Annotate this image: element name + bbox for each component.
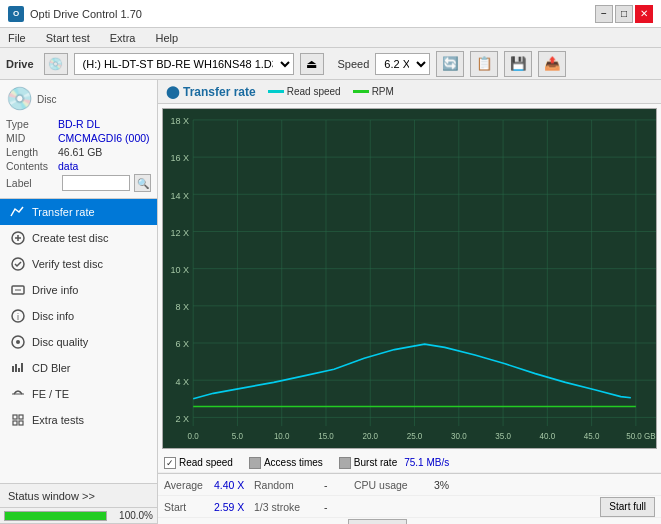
title-bar: O Opti Drive Control 1.70 − □ ✕ bbox=[0, 0, 661, 28]
svg-text:i: i bbox=[17, 312, 19, 322]
length-value: 46.61 GB bbox=[58, 146, 102, 158]
eject-button[interactable]: ⏏ bbox=[300, 53, 324, 75]
average-label: Average bbox=[164, 479, 214, 491]
svg-text:10 X: 10 X bbox=[171, 264, 190, 275]
svg-text:12 X: 12 X bbox=[171, 226, 190, 237]
save-image-button[interactable]: 📋 bbox=[470, 51, 498, 77]
burst-rate-value: 75.1 MB/s bbox=[404, 457, 449, 468]
nav-verify-test-disc[interactable]: Verify test disc bbox=[0, 251, 157, 277]
drive-label: Drive bbox=[6, 58, 34, 70]
start-full-button[interactable]: Start full bbox=[600, 497, 655, 517]
read-speed-checkbox[interactable]: ✓ bbox=[164, 457, 176, 469]
stats-row-end: End 2.60 X Full stroke - Start part bbox=[158, 518, 661, 524]
extra-tests-icon bbox=[10, 412, 26, 428]
progress-bar-container: 100.0% bbox=[0, 508, 157, 524]
main-content: 💿 Disc Type BD-R DL MID CMCMAGDI6 (000) … bbox=[0, 80, 661, 524]
nav-transfer-rate-label: Transfer rate bbox=[32, 206, 95, 218]
label-key: Label bbox=[6, 177, 58, 189]
nav-cd-bler[interactable]: CD Bler bbox=[0, 355, 157, 381]
nav-disc-quality-label: Disc quality bbox=[32, 336, 88, 348]
menu-bar: File Start test Extra Help bbox=[0, 28, 661, 48]
chart-title: ⬤ Transfer rate bbox=[166, 85, 256, 99]
progress-bar bbox=[4, 511, 107, 521]
transfer-rate-icon bbox=[10, 204, 26, 220]
menu-help[interactable]: Help bbox=[151, 31, 182, 45]
drive-icon-button[interactable]: 💿 bbox=[44, 53, 68, 75]
nav-fe-te-label: FE / TE bbox=[32, 388, 69, 400]
stats-rows: Average 4.40 X Random - CPU usage 3% Sta… bbox=[158, 473, 661, 524]
rpm-color bbox=[353, 90, 369, 93]
menu-start-test[interactable]: Start test bbox=[42, 31, 94, 45]
svg-text:10.0: 10.0 bbox=[274, 431, 290, 441]
export-button[interactable]: 📤 bbox=[538, 51, 566, 77]
disc-header: 💿 Disc bbox=[6, 86, 151, 112]
access-times-checkbox[interactable] bbox=[249, 457, 261, 469]
chart-svg: 18 X 16 X 14 X 12 X 10 X 8 X 6 X 4 X 2 X… bbox=[163, 109, 656, 448]
read-speed-color bbox=[268, 90, 284, 93]
status-bottom: Status window >> 100.0% Test completed 0… bbox=[0, 483, 157, 524]
verify-disc-icon bbox=[10, 256, 26, 272]
nav-drive-info[interactable]: Drive info bbox=[0, 277, 157, 303]
nav-fe-te[interactable]: FE / TE bbox=[0, 381, 157, 407]
nav-transfer-rate[interactable]: Transfer rate bbox=[0, 199, 157, 225]
svg-text:5.0: 5.0 bbox=[232, 431, 243, 441]
svg-text:15.0: 15.0 bbox=[318, 431, 334, 441]
refresh-button[interactable]: 🔄 bbox=[436, 51, 464, 77]
progress-fill bbox=[5, 512, 106, 520]
random-value: - bbox=[324, 479, 344, 491]
nav-disc-quality[interactable]: Disc quality bbox=[0, 329, 157, 355]
nav-verify-test-disc-label: Verify test disc bbox=[32, 258, 103, 270]
read-speed-checkbox-item: ✓ Read speed bbox=[164, 457, 233, 469]
mid-value: CMCMAGDI6 (000) bbox=[58, 132, 150, 144]
chart-area: ⬤ Transfer rate Read speed RPM bbox=[158, 80, 661, 524]
nav-create-test-disc[interactable]: Create test disc bbox=[0, 225, 157, 251]
drive-toolbar: Drive 💿 (H:) HL-DT-ST BD-RE WH16NS48 1.D… bbox=[0, 48, 661, 80]
disc-quality-icon bbox=[10, 334, 26, 350]
svg-rect-16 bbox=[19, 415, 23, 419]
legend-read-speed: Read speed bbox=[268, 86, 341, 97]
save-button[interactable]: 💾 bbox=[504, 51, 532, 77]
type-value: BD-R DL bbox=[58, 118, 100, 130]
nav-extra-tests[interactable]: Extra tests bbox=[0, 407, 157, 433]
fe-te-icon bbox=[10, 386, 26, 402]
sidebar: 💿 Disc Type BD-R DL MID CMCMAGDI6 (000) … bbox=[0, 80, 158, 524]
disc-panel: 💿 Disc Type BD-R DL MID CMCMAGDI6 (000) … bbox=[0, 80, 157, 199]
speed-select[interactable]: 6.2 X bbox=[375, 53, 430, 75]
window-controls: − □ ✕ bbox=[595, 5, 653, 23]
menu-file[interactable]: File bbox=[4, 31, 30, 45]
start-part-button[interactable]: Start part bbox=[348, 519, 407, 525]
checkmark-icon: ✓ bbox=[166, 458, 174, 468]
nav-items: Transfer rate Create test disc Verify te… bbox=[0, 199, 157, 483]
svg-rect-11 bbox=[15, 364, 17, 372]
cpu-usage-label: CPU usage bbox=[354, 479, 434, 491]
close-button[interactable]: ✕ bbox=[635, 5, 653, 23]
status-window-button[interactable]: Status window >> bbox=[0, 484, 157, 508]
contents-value[interactable]: data bbox=[58, 160, 78, 172]
length-label: Length bbox=[6, 146, 58, 158]
app-logo: O bbox=[8, 6, 24, 22]
label-input[interactable] bbox=[62, 175, 130, 191]
menu-extra[interactable]: Extra bbox=[106, 31, 140, 45]
maximize-button[interactable]: □ bbox=[615, 5, 633, 23]
checkbox-area: ✓ Read speed Access times Burst rate 75.… bbox=[158, 453, 661, 473]
random-label: Random bbox=[254, 479, 324, 491]
burst-rate-checkbox[interactable] bbox=[339, 457, 351, 469]
start-value: 2.59 X bbox=[214, 501, 254, 513]
svg-rect-12 bbox=[18, 368, 20, 372]
label-browse-button[interactable]: 🔍 bbox=[134, 174, 151, 192]
svg-text:4 X: 4 X bbox=[176, 375, 190, 386]
svg-text:14 X: 14 X bbox=[171, 189, 190, 200]
nav-disc-info[interactable]: i Disc info bbox=[0, 303, 157, 329]
stats-row-start: Start 2.59 X 1/3 stroke - Start full bbox=[158, 496, 661, 518]
minimize-button[interactable]: − bbox=[595, 5, 613, 23]
drive-select[interactable]: (H:) HL-DT-ST BD-RE WH16NS48 1.D3 bbox=[74, 53, 294, 75]
svg-point-9 bbox=[16, 340, 20, 344]
stats-row-average: Average 4.40 X Random - CPU usage 3% bbox=[158, 474, 661, 496]
svg-text:6 X: 6 X bbox=[176, 338, 190, 349]
nav-cd-bler-label: CD Bler bbox=[32, 362, 71, 374]
svg-text:35.0: 35.0 bbox=[495, 431, 511, 441]
disc-type-row: Type BD-R DL bbox=[6, 118, 151, 130]
read-speed-checkbox-label: Read speed bbox=[179, 457, 233, 468]
nav-disc-info-label: Disc info bbox=[32, 310, 74, 322]
drive-info-icon bbox=[10, 282, 26, 298]
